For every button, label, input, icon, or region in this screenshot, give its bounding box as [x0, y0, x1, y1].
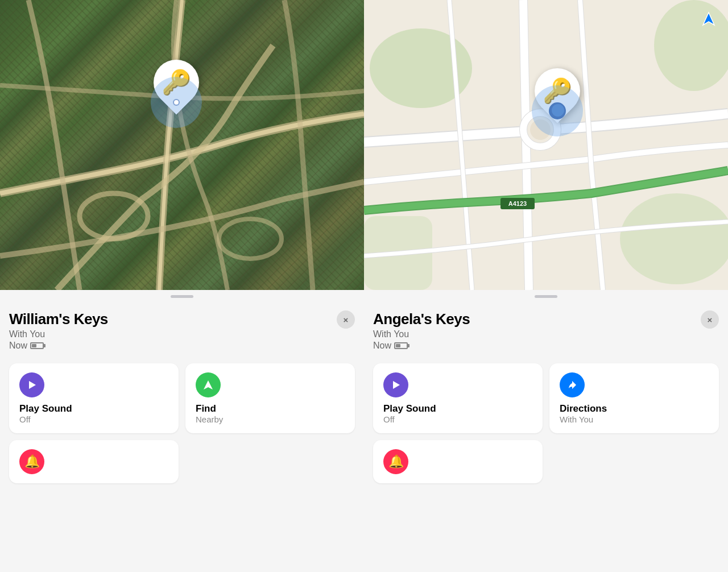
map-left: 🔑	[0, 0, 364, 290]
panel-right: A4123 🔑	[364, 0, 728, 572]
play-icon-right	[383, 372, 408, 397]
item-subtitle-left: With You	[9, 329, 326, 339]
sheet-header-left: William's Keys With You Now	[9, 302, 355, 357]
directions-sub-right: With You	[560, 415, 607, 424]
notif-row-right: 🔔	[373, 440, 719, 483]
directions-icon-right	[560, 372, 585, 397]
item-time-right: Now	[373, 341, 690, 351]
play-sound-button-left[interactable]: Play Sound Off	[9, 363, 179, 433]
play-sound-sub-left: Off	[19, 415, 72, 424]
directions-label-right: Directions	[560, 403, 607, 415]
find-icon-left	[196, 372, 221, 397]
map-right: A4123 🔑	[364, 0, 728, 290]
map-pin-right: 🔑	[535, 68, 580, 114]
map-pin-left: 🔑	[154, 60, 199, 105]
battery-icon-right	[394, 342, 408, 349]
panel-left: 🔑 William's Keys With You Now	[0, 0, 364, 572]
find-sub-left: Nearby	[196, 415, 223, 424]
svg-marker-3	[204, 380, 213, 389]
light-map: A4123 🔑	[364, 0, 728, 290]
play-sound-label-right: Play Sound	[383, 403, 436, 415]
play-icon-left	[19, 372, 44, 397]
play-sound-label-left: Play Sound	[19, 403, 72, 415]
battery-icon-left	[30, 342, 44, 349]
drag-pill-left	[171, 295, 193, 298]
directions-button-right[interactable]: Directions With You	[549, 363, 719, 433]
play-sound-button-right[interactable]: Play Sound Off	[373, 363, 543, 433]
item-name-right: Angela's Keys	[373, 310, 690, 328]
bell-icon-right: 🔔	[383, 449, 408, 474]
find-label-left: Find	[196, 403, 223, 415]
item-name-left: William's Keys	[9, 310, 326, 328]
play-sound-sub-right: Off	[383, 415, 436, 424]
notif-row-left: 🔔	[9, 440, 355, 483]
item-time-left: Now	[9, 341, 326, 351]
drag-handle-left[interactable]	[0, 290, 364, 302]
close-button-left[interactable]: ×	[337, 310, 355, 329]
svg-point-1	[219, 219, 282, 259]
drag-handle-right[interactable]	[364, 290, 728, 302]
satellite-map: 🔑	[0, 0, 364, 290]
bottom-sheet-left: William's Keys With You Now × Play Sound…	[0, 302, 364, 572]
svg-marker-14	[703, 13, 714, 25]
drag-pill-right	[535, 295, 557, 298]
notifications-button-left[interactable]: 🔔	[9, 440, 179, 483]
actions-grid-right: Play Sound Off Directions With You	[373, 363, 719, 433]
svg-text:A4123: A4123	[508, 200, 527, 207]
actions-grid-left: Play Sound Off Find Nearby	[9, 363, 355, 433]
nav-arrow[interactable]	[701, 11, 717, 31]
bottom-sheet-right: Angela's Keys With You Now × Play Sound …	[364, 302, 728, 572]
item-subtitle-right: With You	[373, 329, 690, 339]
sheet-header-right: Angela's Keys With You Now	[373, 302, 719, 357]
close-button-right[interactable]: ×	[701, 310, 719, 329]
find-nearby-button-left[interactable]: Find Nearby	[185, 363, 355, 433]
notifications-button-right[interactable]: 🔔	[373, 440, 543, 483]
svg-marker-15	[393, 381, 400, 389]
bell-icon-left: 🔔	[19, 449, 44, 474]
svg-marker-2	[29, 381, 36, 389]
